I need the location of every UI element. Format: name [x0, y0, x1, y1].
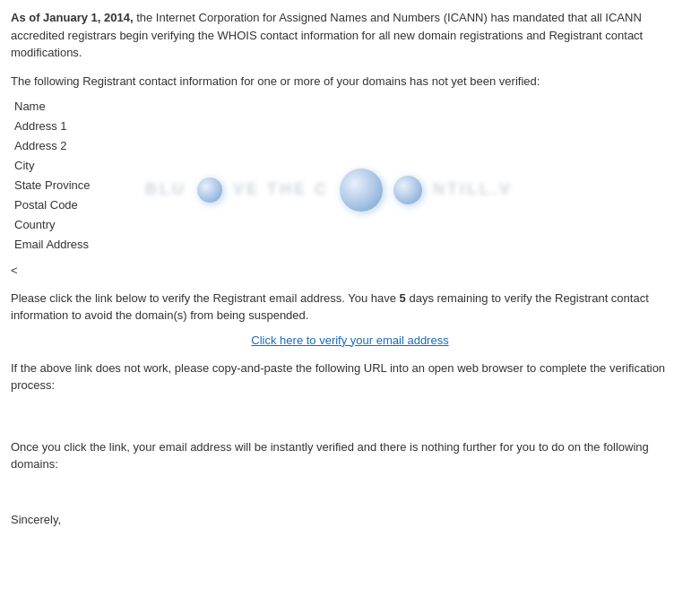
- contact-row-name: Name: [11, 97, 689, 117]
- contact-info-section: Name Address 1 Address 2 City State Prov…: [11, 97, 689, 255]
- contact-row-address1: Address 1: [11, 117, 689, 136]
- verify-email-link[interactable]: Click here to verify your email address: [251, 333, 448, 347]
- contact-row-address2: Address 2: [11, 136, 689, 156]
- back-link[interactable]: <: [11, 264, 689, 277]
- contact-row-country: Country: [11, 215, 689, 235]
- label-postal: Postal Code: [14, 198, 158, 212]
- contact-row-city: City: [11, 156, 689, 176]
- label-country: Country: [14, 218, 158, 231]
- days-remaining: 5: [400, 291, 406, 305]
- spacer: [11, 486, 689, 504]
- once-verified-text: Once you click the link, your email addr…: [11, 438, 689, 473]
- sincerely-text: Sincerely,: [11, 513, 689, 526]
- contact-row-state: State Province: [11, 176, 689, 195]
- intro-date: As of January 1, 2014,: [11, 11, 134, 24]
- label-address1: Address 1: [14, 119, 158, 133]
- fallback-paragraph: If the above link does not work, please …: [11, 359, 689, 394]
- contact-table: Name Address 1 Address 2 City State Prov…: [11, 97, 689, 255]
- label-address2: Address 2: [14, 139, 158, 152]
- contact-row-email: Email Address: [11, 235, 689, 255]
- subtitle-text: The following Registrant contact informa…: [11, 74, 689, 88]
- contact-row-postal: Postal Code BLU VE THE C NTILL.V: [11, 195, 689, 215]
- label-city: City: [14, 159, 158, 172]
- verify-link-container: Click here to verify your email address: [11, 333, 689, 347]
- label-name: Name: [14, 100, 158, 113]
- label-state: State Province: [14, 178, 158, 192]
- verify-paragraph: Please click the link below to verify th…: [11, 290, 689, 325]
- label-email: Email Address: [14, 238, 158, 251]
- intro-paragraph: As of January 1, 2014, the Internet Corp…: [11, 9, 689, 62]
- url-area: [11, 407, 689, 420]
